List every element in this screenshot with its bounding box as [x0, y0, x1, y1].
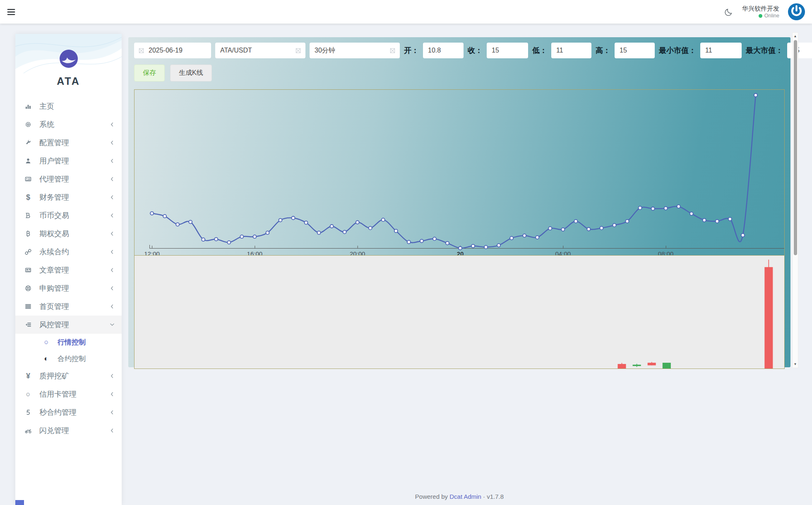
low-input-label: 低：	[532, 45, 547, 55]
missing-glyph-icon	[295, 48, 301, 54]
sidebar-item-credit-card[interactable]: ○信用卡管理	[15, 385, 122, 403]
generate-kline-button[interactable]: 生成K线	[170, 65, 212, 81]
period-input[interactable]	[314, 46, 386, 55]
svg-text:08:00: 08:00	[658, 250, 674, 255]
sidebar-item-label: 申购管理	[39, 283, 109, 293]
period-input-wrapper	[310, 43, 400, 58]
chart-bar-icon	[24, 103, 33, 110]
sidebar-item-users[interactable]: 用户管理	[15, 152, 122, 170]
user-icon	[24, 158, 33, 164]
logo-text: ATA	[15, 75, 122, 87]
sidebar-item-spot-trade[interactable]: 币币交易	[15, 206, 122, 225]
sidebar-subitem-contract-control[interactable]: ◐合约控制	[15, 350, 122, 367]
sidebar-item-label: 质押挖矿	[39, 371, 109, 381]
sidebar-item-staking[interactable]: ¥质押挖矿	[15, 367, 122, 385]
svg-text:16:00: 16:00	[247, 250, 263, 255]
chevron-left-icon	[109, 428, 115, 433]
chevron-left-icon	[109, 285, 115, 291]
close-input[interactable]	[491, 46, 524, 55]
max-marketcap-input-label: 最大市值：	[746, 45, 783, 55]
sidebar-subitem-label: 行情控制	[58, 337, 122, 347]
sidebar-item-system[interactable]: 系统	[15, 115, 122, 134]
sidebar-item-homepage[interactable]: 首页管理	[15, 297, 122, 316]
sidebar-menu: 主页系统配置管理用户管理代理管理$财务管理币币交易期权交易永续合约文章管理申购管…	[15, 97, 122, 440]
sidebar-item-home[interactable]: 主页	[15, 97, 122, 115]
sidebar-item-label: 信用卡管理	[39, 389, 109, 399]
sidebar-item-risk-control[interactable]: 风控管理	[15, 316, 122, 334]
high-input[interactable]	[619, 46, 651, 55]
sidebar-item-config[interactable]: 配置管理	[15, 134, 122, 152]
high-input-label: 高：	[596, 45, 610, 55]
svg-text:20:00: 20:00	[350, 250, 365, 255]
scrollbar-thumb[interactable]	[794, 40, 797, 255]
min-marketcap-input-wrapper	[700, 43, 742, 58]
save-button[interactable]: 保存	[134, 65, 165, 81]
chevron-left-icon	[109, 194, 115, 200]
min-marketcap-input[interactable]	[704, 46, 738, 55]
sidebar-scroll-corner	[15, 500, 24, 505]
sidebar-item-label: 财务管理	[39, 192, 109, 202]
max-marketcap-input-wrapper	[787, 43, 812, 58]
sidebar-item-label: 币币交易	[39, 211, 109, 220]
yen-icon: ¥	[24, 372, 33, 380]
chevron-left-icon	[109, 158, 115, 164]
indent-icon	[24, 321, 33, 328]
avatar[interactable]	[788, 3, 805, 21]
close-input-label: 收：	[468, 45, 483, 55]
baht-icon	[24, 230, 33, 237]
b-serif-icon	[24, 212, 33, 219]
sidebar-item-label: 秒合约管理	[39, 407, 109, 417]
sidebar-subitem-market-control[interactable]: ○行情控制	[15, 334, 122, 350]
topbar: 华兴软件开发 Online	[0, 0, 812, 24]
high-input-wrapper	[615, 43, 655, 58]
sidebar-item-agents[interactable]: 代理管理	[15, 170, 122, 188]
user-status: Online	[742, 12, 779, 19]
chevron-left-icon	[109, 391, 115, 397]
date-input[interactable]	[148, 46, 207, 55]
circle-o-icon: ○	[42, 338, 51, 346]
low-input-wrapper	[551, 43, 591, 58]
chevron-left-icon	[109, 231, 115, 237]
sidebar-item-perpetual[interactable]: 永续合约	[15, 243, 122, 261]
market-control-panel: 开：收：低：高：最小市值：最大市值： 保存 生成K线 12:0016:0020:…	[128, 37, 790, 367]
chain-icon	[24, 249, 33, 255]
open-input[interactable]	[427, 46, 459, 55]
id-card-icon	[24, 176, 33, 182]
logo[interactable]: ATA	[15, 34, 122, 87]
dcat-admin-link[interactable]: Dcat Admin	[449, 493, 481, 500]
scroll-down-arrow[interactable]: ▼	[793, 361, 798, 367]
sidebar-item-finance[interactable]: $财务管理	[15, 188, 122, 206]
pair-input-wrapper	[215, 43, 305, 58]
chevron-left-icon	[109, 409, 115, 415]
sidebar-item-label: 主页	[39, 101, 115, 111]
scroll-up-arrow[interactable]: ▲	[793, 33, 798, 39]
life-ring-icon	[24, 285, 33, 292]
pair-input[interactable]	[219, 46, 292, 55]
five-icon	[24, 409, 33, 416]
sidebar-item-label: 文章管理	[39, 265, 109, 275]
low-input[interactable]	[555, 46, 587, 55]
min-marketcap-input-label: 最小市值：	[659, 45, 696, 55]
hamburger-menu-icon[interactable]	[7, 7, 16, 17]
footer-version: · v1.7.8	[483, 493, 504, 500]
sidebar-item-label: 闪兑管理	[39, 426, 109, 436]
sidebar-item-second-contract[interactable]: 秒合约管理	[15, 403, 122, 421]
footer-powered-by: Powered by	[415, 493, 448, 500]
chevron-down-icon	[109, 322, 115, 328]
svg-text:12:00: 12:00	[144, 250, 160, 255]
close-input-wrapper	[487, 43, 528, 58]
missing-glyph-icon	[138, 48, 144, 54]
chevron-left-icon	[109, 213, 115, 218]
sidebar-item-subscribe[interactable]: 申购管理	[15, 279, 122, 297]
date-input-wrapper	[134, 43, 211, 58]
user-menu[interactable]: 华兴软件开发 Online	[742, 5, 779, 19]
sidebar-item-label: 配置管理	[39, 138, 109, 148]
chevron-left-icon	[109, 122, 115, 127]
sidebar-item-flash-exchange[interactable]: 闪兑管理	[15, 421, 122, 440]
sidebar: ATA 主页系统配置管理用户管理代理管理$财务管理币币交易期权交易永续合约文章管…	[15, 34, 122, 505]
sidebar-item-options-trade[interactable]: 期权交易	[15, 225, 122, 243]
main-scrollbar[interactable]: ▲ ▼	[792, 32, 798, 368]
dark-mode-toggle-icon[interactable]	[725, 7, 734, 17]
sidebar-item-articles[interactable]: 文章管理	[15, 261, 122, 279]
open-input-wrapper	[423, 43, 464, 58]
